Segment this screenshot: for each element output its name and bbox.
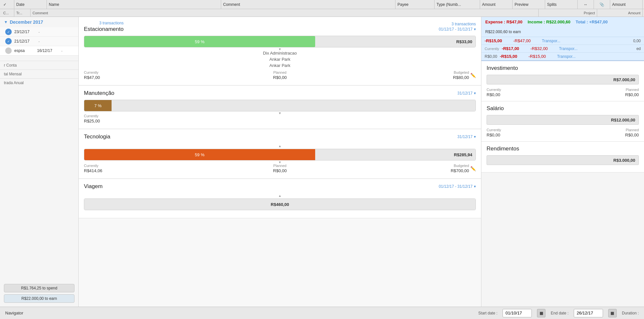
check-col-header: ✓ bbox=[1, 0, 14, 9]
date-range-manutencao: 31/12/17 ▾ bbox=[457, 91, 476, 96]
tx-extra-1: 0,00 bbox=[633, 39, 641, 43]
right-section-investimento: Investimento R$7.000,00 Currently R$0,00… bbox=[481, 61, 644, 101]
tx-neg1-3: -R$15,00 bbox=[500, 54, 526, 59]
sub-tr-col: Tr... bbox=[14, 9, 31, 17]
comment-col-header: Comment bbox=[221, 0, 396, 9]
sidebar-section-mensal: tal Mensal bbox=[0, 70, 78, 78]
expand-arrow-icon: ▼ bbox=[4, 20, 8, 24]
calendar-icon-2: ▦ bbox=[610, 311, 614, 315]
type-col-header: Type (Numb... bbox=[435, 0, 480, 9]
expense-label: Expense : R$47,00 bbox=[485, 19, 522, 24]
category-estacionamento: 3 transactions Estacionamento 3 transact… bbox=[79, 17, 481, 85]
transactions-label-estacionamento: 3 transactions bbox=[451, 22, 476, 26]
payee-col-header: Payee bbox=[396, 0, 435, 9]
salario-bar: R$12.000,00 bbox=[487, 115, 639, 125]
edit-icon-tecnologia[interactable]: ✏️ bbox=[470, 166, 476, 171]
progress-bar-manutencao: 7 % bbox=[84, 100, 476, 111]
remaining-tecnologia: R$285,94 bbox=[454, 152, 472, 157]
spend-button[interactable]: R$1.764,25 to spend bbox=[4, 284, 74, 292]
chevron-down-icon: ▾ bbox=[474, 27, 476, 32]
sidebar: ▼ December 2017 ✓ 23/12/17 - ✓ 21/12/17 … bbox=[0, 17, 79, 307]
tx-row-3: R$0,00 -R$15,00 -R$15,00 Transpor... bbox=[481, 53, 644, 60]
start-date-calendar-icon[interactable]: ▦ bbox=[537, 309, 545, 317]
progress-fill-tecnologia: 59 % bbox=[84, 149, 315, 160]
right-panel: Expense : R$47,00 Income : R$22.000,60 T… bbox=[481, 17, 644, 307]
planned-group-tecnologia: Planned R$0,00 bbox=[215, 164, 345, 173]
sidebar-transaction-2[interactable]: ✓ 21/12/17 - bbox=[0, 37, 78, 46]
budget-stats-tecnologia: Currently R$414,06 Planned R$0,00 Budget… bbox=[84, 164, 476, 173]
sub-project-col: Project bbox=[539, 9, 597, 17]
payee-item-2: Ankar Park bbox=[84, 62, 476, 69]
tx-neg2-2: -R$32,00 bbox=[530, 46, 557, 51]
attach-icon-col[interactable]: 📎 bbox=[594, 0, 610, 9]
progress-wrapper-tecnologia: ▲ 59 % R$285,94 ▼ bbox=[84, 143, 476, 160]
category-viagem: Viagem 01/12/17 - 31/12/17 ▾ ▲ R$460,00 bbox=[79, 179, 481, 218]
check-icon-3 bbox=[5, 47, 12, 54]
start-date-input[interactable] bbox=[503, 309, 532, 317]
remaining-estacionamento: R$33,00 bbox=[456, 39, 472, 44]
rendimentos-bar: R$3.000,00 bbox=[487, 155, 639, 165]
planned-group-estacionamento: Planned R$0,00 bbox=[215, 70, 345, 80]
category-title-manutencao: Manutenção bbox=[84, 90, 114, 96]
sidebar-transaction-3[interactable]: espsa 16/12/17 - bbox=[0, 46, 78, 56]
middle-content: 3 transactions Estacionamento 3 transact… bbox=[79, 17, 481, 307]
end-date-calendar-icon[interactable]: ▦ bbox=[608, 309, 617, 317]
budgeted-group-estacionamento: Budgeted R$80,00 ✏️ bbox=[345, 70, 476, 80]
tx-neg1-1: -R$15,00 bbox=[485, 38, 511, 43]
end-date-input[interactable] bbox=[574, 309, 603, 317]
tx-cat-2: Transpor... bbox=[559, 46, 634, 51]
check-icon-1: ✓ bbox=[5, 29, 12, 35]
date-col-header: Date bbox=[14, 0, 47, 9]
category-title-estacionamento: Estacionamento bbox=[84, 26, 124, 32]
earn-button[interactable]: R$22.000,00 to earn bbox=[4, 294, 74, 303]
transfer-icon-col[interactable]: ↔ bbox=[578, 0, 594, 9]
payee-item-1: Ankar Park bbox=[84, 56, 476, 62]
tx-date-2: 21/12/17 bbox=[14, 39, 37, 44]
viagem-value: R$460,00 bbox=[271, 202, 289, 207]
progress-fill-manutencao: 7 % bbox=[84, 100, 112, 111]
tx-date-3b: 16/12/17 bbox=[37, 48, 60, 53]
sidebar-section-conta: r Conta bbox=[0, 61, 78, 70]
income-label: Income : R$22.000,60 bbox=[528, 19, 570, 24]
progress-fill-estacionamento: 59 % bbox=[84, 36, 315, 47]
main-area: ▼ December 2017 ✓ 23/12/17 - ✓ 21/12/17 … bbox=[0, 17, 644, 307]
progress-bar-viagem: R$460,00 bbox=[84, 198, 476, 210]
tx-neg2-3: -R$15,00 bbox=[529, 54, 555, 59]
tx-extra-2: ed bbox=[637, 46, 641, 51]
check-icon-2: ✓ bbox=[5, 38, 12, 45]
sub-amount-col: Amount bbox=[597, 9, 643, 17]
navigator-bar: Navigator Start date : ▦ End date : ▦ Du… bbox=[0, 307, 644, 319]
currently-group-tecnologia: Currently R$414,06 bbox=[84, 164, 215, 173]
sidebar-transaction-1[interactable]: ✓ 23/12/17 - bbox=[0, 27, 78, 37]
rendimentos-title: Rendimentos bbox=[487, 146, 639, 152]
splits-col-header: Splits bbox=[545, 0, 578, 9]
right-panel-header: Expense : R$47,00 Income : R$22.000,60 T… bbox=[481, 17, 644, 37]
investimento-planned: Planned R$0,00 bbox=[563, 88, 639, 97]
tx-val-2: -R$17,00 bbox=[502, 46, 528, 51]
sidebar-month-header[interactable]: ▼ December 2017 bbox=[0, 17, 78, 27]
total-label: Total : +R$47,00 bbox=[576, 19, 608, 24]
progress-wrapper-estacionamento: 59 % R$33,00 ▼ bbox=[84, 36, 476, 47]
date-range-estacionamento: 01/12/17 - 31/12/17 ▾ bbox=[439, 27, 476, 32]
attach-icon: 📎 bbox=[599, 2, 604, 7]
sidebar-buttons: R$1.764,25 to spend R$22.000,00 to earn bbox=[0, 280, 78, 307]
progress-arrow-icon-tecnologia: ▼ bbox=[278, 160, 282, 164]
progress-wrapper-manutencao: 7 % ▼ bbox=[84, 100, 476, 111]
calendar-icon: ▦ bbox=[540, 311, 543, 315]
sub-comment-col: Comment bbox=[31, 9, 539, 17]
tx-cat-1: Transpor... bbox=[542, 39, 631, 43]
salario-value: R$12.000,00 bbox=[611, 118, 635, 122]
investimento-value: R$7.000,00 bbox=[613, 77, 635, 82]
progress-arrow-icon-manutencao: ▼ bbox=[278, 111, 282, 115]
salario-stats: Currently R$0,00 Planned R$0,00 bbox=[487, 128, 639, 137]
budget-stats-estacionamento: Currently R$47,00 Planned R$0,00 Budgete… bbox=[84, 70, 476, 80]
tx-neg2-1: -R$47,00 bbox=[513, 38, 539, 43]
edit-icon-estacionamento[interactable]: ✏️ bbox=[470, 73, 476, 78]
amount2-col-header: Amount bbox=[610, 0, 643, 9]
sidebar-month-label: December 2017 bbox=[10, 19, 43, 25]
progress-bar-tecnologia: 59 % R$285,94 bbox=[84, 149, 476, 160]
end-date-label: End date : bbox=[551, 311, 569, 315]
sidebar-section-anual: trada Anual bbox=[0, 78, 78, 87]
tx-currently-label-2: Currently bbox=[485, 47, 499, 51]
chevron-down-icon-tecnologia: ▾ bbox=[474, 134, 476, 139]
